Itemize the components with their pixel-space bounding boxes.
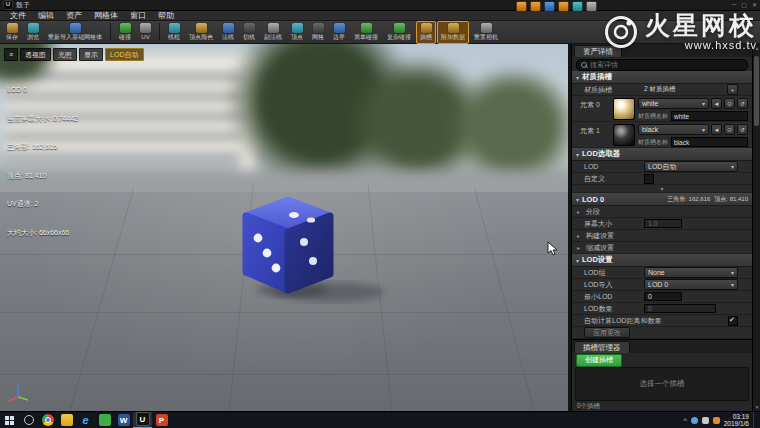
category-lod0[interactable]: ▾LOD 0 三角形: 162,616 顶点: 81,410 bbox=[572, 193, 752, 206]
taskbar-edge[interactable]: e bbox=[76, 412, 95, 428]
dice-mesh[interactable] bbox=[208, 190, 398, 314]
wireframe-toggle[interactable]: 线框 bbox=[164, 21, 184, 44]
reimport-button[interactable]: 重新导入基础网格体 bbox=[44, 21, 106, 44]
search-input[interactable]: 搜索详情 bbox=[576, 59, 748, 71]
tree bbox=[448, 66, 568, 186]
complex-collision-toggle[interactable]: 复杂碰撞 bbox=[383, 21, 415, 44]
taskbar-powerpoint[interactable]: P bbox=[152, 412, 171, 428]
auto-compute-lod-checkbox[interactable] bbox=[728, 316, 738, 326]
collision-dropdown[interactable]: 碰撞 bbox=[115, 21, 135, 44]
sections-row[interactable]: ▸分段 bbox=[572, 206, 752, 218]
tangents-toggle[interactable]: 切线 bbox=[239, 21, 259, 44]
save-icon bbox=[7, 23, 18, 33]
reset-camera-button[interactable]: 重置相机 bbox=[470, 21, 502, 44]
apply-changes-button[interactable]: 应用更改 bbox=[584, 327, 630, 338]
ground bbox=[0, 170, 568, 192]
browse-asset-icon[interactable]: ⊙ bbox=[724, 124, 735, 135]
vertex-colors-toggle[interactable]: 顶点颜色 bbox=[185, 21, 217, 44]
tray-app-icon[interactable] bbox=[691, 417, 698, 424]
taskbar-explorer[interactable] bbox=[57, 412, 76, 428]
details-scrollbar[interactable]: ▲ ▼ bbox=[752, 44, 760, 411]
taskbar-clock[interactable]: 03:19 2019/1/6 bbox=[724, 413, 749, 428]
menu-mesh[interactable]: 网格体 bbox=[88, 11, 124, 21]
tray-expand-icon[interactable]: ^ bbox=[683, 417, 686, 424]
min-lod-field[interactable]: 0 bbox=[644, 292, 682, 301]
add-material-slot-button[interactable]: + bbox=[727, 84, 738, 95]
reduction-settings-row[interactable]: ▸缩减设置 bbox=[572, 242, 752, 254]
menu-window[interactable]: 窗口 bbox=[124, 11, 152, 21]
grid-line bbox=[0, 374, 568, 375]
screen-size-field[interactable]: 1.0 bbox=[644, 219, 682, 228]
lod-group-combo[interactable]: None▾ bbox=[644, 267, 738, 278]
lod0-vertices: 顶点: 81,410 bbox=[714, 195, 748, 204]
menu-file[interactable]: 文件 bbox=[4, 11, 32, 21]
taskbar-search-button[interactable] bbox=[19, 412, 38, 428]
scroll-down-icon[interactable]: ▼ bbox=[753, 403, 760, 411]
viewport-options-button[interactable]: ≡ bbox=[4, 48, 18, 61]
dice-right-face bbox=[288, 216, 330, 290]
title-bar: U 骰子 ─ ▢ ✕ bbox=[0, 0, 760, 11]
lod-picker-combo[interactable]: LOD自动▾ bbox=[644, 161, 738, 172]
maximize-button[interactable]: ▢ bbox=[741, 1, 747, 8]
menu-help[interactable]: 帮助 bbox=[152, 11, 180, 21]
material-combo-0[interactable]: white▾ bbox=[638, 98, 709, 109]
material-combo-1[interactable]: black▾ bbox=[638, 124, 709, 135]
menu-asset[interactable]: 资产 bbox=[60, 11, 88, 21]
socket-empty-area: 选择一个插槽 bbox=[575, 367, 749, 401]
collision-icon bbox=[120, 23, 131, 33]
watermark-title: 火星网校 bbox=[645, 12, 757, 38]
uv-dropdown[interactable]: UV bbox=[136, 21, 155, 44]
reset-asset-icon[interactable]: ↺ bbox=[737, 124, 748, 135]
taskbar-notes-app[interactable] bbox=[95, 412, 114, 428]
taskbar-unreal[interactable]: U bbox=[133, 412, 152, 428]
num-lods-field[interactable]: 0 bbox=[644, 304, 716, 313]
start-button[interactable] bbox=[0, 412, 19, 428]
vertices-toggle[interactable]: 顶点 bbox=[287, 21, 307, 44]
category-material-slots[interactable]: ▾材质插槽 bbox=[572, 71, 752, 84]
search-icon bbox=[581, 62, 587, 68]
use-selected-asset-icon[interactable]: ◄ bbox=[711, 124, 722, 135]
sockets-toggle[interactable]: 插槽 bbox=[416, 21, 436, 44]
show-desktop-button[interactable] bbox=[753, 412, 757, 428]
grid-toggle[interactable]: 网格 bbox=[308, 21, 328, 44]
build-settings-row[interactable]: ▸构建设置 bbox=[572, 230, 752, 242]
tab-socket-manager[interactable]: 插槽管理器 bbox=[574, 341, 630, 353]
menu-edit[interactable]: 编辑 bbox=[32, 11, 60, 21]
browse-asset-icon[interactable]: ⊙ bbox=[724, 98, 735, 109]
clock-date: 2019/1/6 bbox=[724, 420, 749, 428]
browse-button[interactable]: 浏览 bbox=[23, 21, 43, 44]
viewport-lod-button[interactable]: LOD自动 bbox=[105, 48, 143, 61]
viewport-show-button[interactable]: 显示 bbox=[79, 48, 103, 61]
binormals-toggle[interactable]: 副法线 bbox=[260, 21, 286, 44]
slot-name-input-0[interactable]: white bbox=[671, 111, 748, 121]
use-selected-asset-icon[interactable]: ◄ bbox=[711, 98, 722, 109]
normals-toggle[interactable]: 法线 bbox=[218, 21, 238, 44]
reset-asset-icon[interactable]: ↺ bbox=[737, 98, 748, 109]
stat-approx-size: 大约大小: 66x66x66 bbox=[7, 228, 78, 238]
category-lod-settings[interactable]: ▾LOD设置 bbox=[572, 254, 752, 267]
additional-data-toggle[interactable]: 附加数据 bbox=[437, 21, 469, 44]
slot-name-input-1[interactable]: black bbox=[671, 137, 748, 147]
minimize-button[interactable]: ─ bbox=[732, 1, 736, 8]
tray-app-icon[interactable] bbox=[702, 417, 709, 424]
browse-icon bbox=[28, 23, 39, 33]
viewport-lit-button[interactable]: 光照 bbox=[53, 48, 77, 61]
advanced-expander[interactable]: ▾ bbox=[572, 185, 752, 193]
taskbar-word[interactable]: W bbox=[114, 412, 133, 428]
taskbar-chrome[interactable] bbox=[38, 412, 57, 428]
tray-app-icon[interactable] bbox=[713, 417, 720, 424]
material-thumbnail-white[interactable] bbox=[613, 98, 635, 120]
simple-collision-toggle[interactable]: 简单碰撞 bbox=[350, 21, 382, 44]
scrollbar-thumb[interactable] bbox=[754, 56, 759, 126]
3d-viewport[interactable]: ≡ 透视图 光照 显示 LOD自动 LOD 0 当前屏幕大小: 0.74442 … bbox=[0, 44, 568, 411]
close-button[interactable]: ✕ bbox=[752, 1, 757, 8]
bounds-toggle[interactable]: 边界 bbox=[329, 21, 349, 44]
material-thumbnail-black[interactable] bbox=[613, 124, 635, 146]
viewport-perspective-button[interactable]: 透视图 bbox=[20, 48, 51, 61]
category-lod-picker[interactable]: ▾LOD选取器 bbox=[572, 148, 752, 161]
save-button[interactable]: 保存 bbox=[2, 21, 22, 44]
create-socket-button[interactable]: 创建插槽 bbox=[576, 354, 622, 367]
lod-import-combo[interactable]: LOD 0▾ bbox=[644, 279, 738, 290]
custom-lod-checkbox[interactable] bbox=[644, 174, 654, 184]
dice-pip bbox=[272, 264, 281, 273]
